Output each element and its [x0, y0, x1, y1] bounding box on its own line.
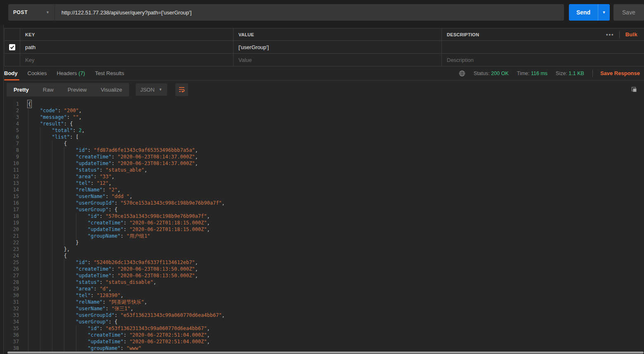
code-line: 31"relName": "阿圣诞节快乐", [0, 299, 644, 305]
format-select[interactable]: JSON ▼ [136, 83, 167, 96]
code-line: 30"tel": "128390", [0, 292, 644, 299]
code-line: 12"area": "33", [0, 173, 644, 180]
code-line: 7{ [0, 140, 644, 147]
new-param-key-input[interactable]: Key [20, 54, 234, 66]
tab-cookies[interactable]: Cookies [23, 66, 52, 80]
params-header-description: DESCRIPTION ••• Bulk [442, 28, 644, 41]
code-line: 32"userName": "张三1", [0, 305, 644, 312]
code-line: 28"status": "status_disable", [0, 279, 644, 286]
request-bar: POST ▼ http://122.51.77.238/api/user/que… [0, 0, 644, 25]
tab-test-results[interactable]: Test Results [90, 66, 129, 80]
code-line: 4"result": { [0, 120, 644, 127]
chevron-down-icon: ▼ [159, 87, 163, 92]
code-line: 20"updateTime": "2020-06-22T01:18:15.000… [0, 226, 644, 233]
code-line: 16"userGroupId": "570ce153a1343c998c198b… [0, 200, 644, 206]
copy-icon [631, 86, 637, 93]
more-options-icon[interactable]: ••• [601, 31, 619, 38]
params-table: KEY VALUE DESCRIPTION ••• Bulk path ['us… [0, 25, 644, 66]
status-value: 200 OK [491, 71, 508, 76]
code-line: 10"updateTime": "2020-06-23T08:14:37.000… [0, 160, 644, 167]
view-tab-raw[interactable]: Raw [36, 83, 61, 97]
send-options-caret-icon[interactable]: ▼ [598, 4, 610, 21]
code-line: 25"id": "5240b26dc1343c9af6337f1134612eb… [0, 259, 644, 266]
response-tab-bar: Body Cookies Headers (7) Test Results St… [0, 66, 644, 80]
code-line: 2"code": "200", [0, 107, 644, 114]
view-tab-visualize[interactable]: Visualize [94, 83, 129, 97]
view-tab-preview[interactable]: Preview [61, 83, 94, 97]
code-line: 1{ [0, 101, 644, 107]
send-label: Send [569, 4, 598, 21]
code-line: 37"updateTime": "2020-06-22T02:51:04.000… [0, 338, 644, 345]
new-param-description-input[interactable]: Description [442, 54, 644, 66]
code-line: 35"id": "e53f136231343c99a060770d6ea4bb6… [0, 325, 644, 332]
new-param-checkbox-cell [5, 54, 20, 66]
param-checkbox[interactable] [9, 44, 15, 50]
code-line: 23}, [0, 246, 644, 253]
code-line: 3"message": "", [0, 114, 644, 120]
save-button[interactable]: Save [613, 4, 644, 21]
network-globe-icon[interactable] [459, 70, 465, 77]
copy-response-button[interactable] [631, 86, 637, 93]
code-line: 11"status": "status_able", [0, 167, 644, 173]
save-response-button[interactable]: Save Response [600, 70, 640, 76]
param-key-cell[interactable]: path [20, 41, 234, 54]
left-edge-divider [0, 25, 4, 354]
time-value: 116 ms [531, 71, 547, 76]
response-body-json: 1{2"code": "200",3"message": "",4"result… [0, 99, 644, 353]
code-line: 22} [0, 239, 644, 246]
params-header-key: KEY [20, 28, 234, 41]
api-client-window: POST ▼ http://122.51.77.238/api/user/que… [0, 0, 644, 354]
code-line: 33"userGroupId": "e53f136231343c99a06077… [0, 312, 644, 319]
wrap-text-button[interactable] [175, 83, 188, 96]
code-line: 34"userGroup": { [0, 319, 644, 325]
code-line: 21"groupName": "用户组1" [0, 233, 644, 239]
url-input[interactable]: http://122.51.77.238/api/user/query?path… [55, 4, 564, 21]
size-value: 1.1 KB [569, 71, 584, 76]
code-line: 8"id": "fd87ad6fe1343c9af65353496bbb7a5a… [0, 147, 644, 153]
time-label: Time: [517, 71, 530, 76]
code-line: 6"list": [ [0, 134, 644, 140]
params-header-value: VALUE [234, 28, 442, 41]
code-line: 15"userName": "ddd ", [0, 193, 644, 200]
wrap-text-icon [178, 86, 185, 93]
check-icon [10, 45, 14, 50]
new-param-value-input[interactable]: Value [234, 54, 442, 66]
code-line: 14"relName": "2", [0, 186, 644, 193]
body-view-toolbar: Pretty Raw Preview Visualize JSON ▼ [0, 80, 644, 99]
code-line: 26"createTime": "2020-06-23T08:13:50.000… [0, 266, 644, 272]
code-line: 9"createTime": "2020-06-23T08:14:37.000Z… [0, 153, 644, 160]
code-line: 19"createTime": "2020-06-22T01:18:15.000… [0, 219, 644, 226]
tab-body[interactable]: Body [4, 66, 23, 80]
params-header-checkbox-cell [5, 28, 20, 41]
param-value-cell[interactable]: ['userGroup'] [234, 41, 442, 54]
view-tab-pretty[interactable]: Pretty [7, 83, 36, 97]
status-label: Status: [474, 71, 490, 76]
method-select[interactable]: POST ▼ [8, 4, 55, 21]
send-button[interactable]: Send ▼ [569, 4, 610, 21]
param-row-checkbox-cell [5, 41, 20, 54]
code-line: 29"area": "d", [0, 286, 644, 292]
code-line: 18"id": "570ce153a1343c998c198b9e76b90a7… [0, 213, 644, 219]
code-line: 5"total": 2, [0, 127, 644, 134]
tab-headers[interactable]: Headers (7) [52, 66, 90, 80]
size-label: Size: [556, 71, 567, 76]
horizontal-scrollbar[interactable] [7, 352, 644, 354]
bulk-edit-link[interactable]: Bulk [620, 31, 639, 38]
code-line: 13"tel": "12", [0, 180, 644, 186]
param-description-cell[interactable] [442, 41, 644, 54]
format-value: JSON [140, 87, 155, 93]
chevron-down-icon: ▼ [46, 10, 50, 14]
headers-count-badge: (7) [78, 70, 85, 76]
method-label: POST [13, 9, 46, 15]
code-line: 24{ [0, 253, 644, 259]
code-line: 27"updateTime": "2020-06-23T08:13:50.000… [0, 272, 644, 279]
code-line: 36"createTime": "2020-06-22T02:51:04.000… [0, 332, 644, 338]
response-meta: Status: 200 OK Time: 116 ms Size: 1.1 KB… [459, 70, 640, 77]
url-value: http://122.51.77.238/api/user/query?path… [61, 9, 191, 16]
divider [592, 70, 593, 77]
code-line: 38"groupName": "www" [0, 345, 644, 352]
code-line: 17"userGroup": { [0, 206, 644, 213]
